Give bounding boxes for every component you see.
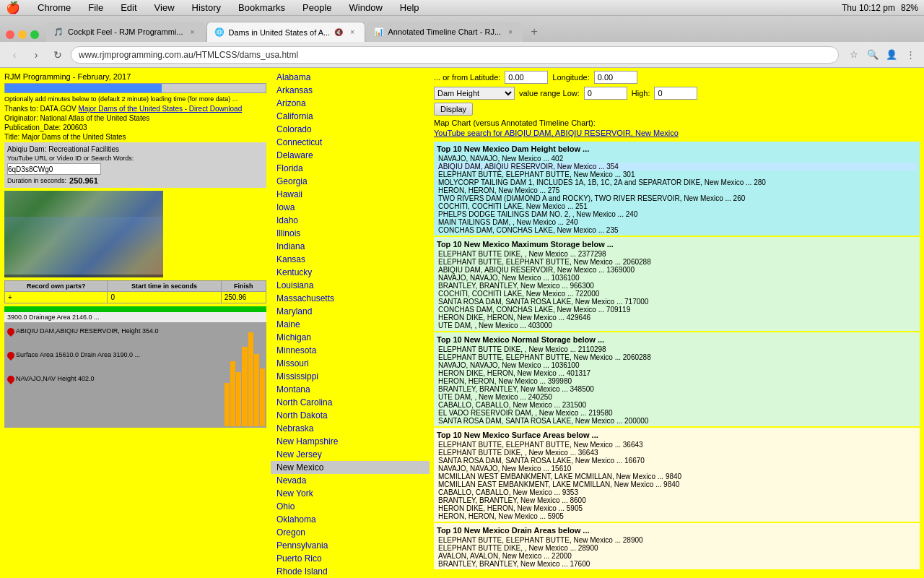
tab-dams[interactable]: 🌐 Dams in United States of A... 🔇 × [206,22,365,42]
tab-cockpit[interactable]: 🎵 Cockpit Feel - RJM Programmi... × [46,22,205,42]
window-maximize-btn[interactable] [30,30,39,39]
video-thumb[interactable] [4,191,163,277]
state-item-ohio[interactable]: Ohio [271,500,430,513]
state-item-maine[interactable]: Maine [271,318,430,331]
result-item-1-2: ABIQIU DAM, ABIQIU RESERVOIR, New Mexico… [437,266,917,274]
state-item-new-york[interactable]: New York [271,487,430,500]
result-item-3-9: HERON, HERON, New Mexico ... 5905 [437,512,917,520]
state-item-north-carolina[interactable]: North Carolina [271,396,430,409]
state-item-idaho[interactable]: Idaho [271,214,430,227]
state-item-kentucky[interactable]: Kentucky [271,266,430,279]
range-high-input[interactable] [654,87,697,100]
menu-help[interactable]: Help [397,1,422,14]
back-btn[interactable]: ‹ [6,46,23,64]
left-panel: RJM Programming - February, 2017 Optiona… [0,68,271,578]
window-close-btn[interactable] [6,30,14,39]
tab-timeline[interactable]: 📊 Annotated Timeline Chart - RJ... × [367,22,523,42]
state-item-delaware[interactable]: Delaware [271,149,430,162]
state-item-oregon[interactable]: Oregon [271,526,430,539]
state-item-new-jersey[interactable]: New Jersey [271,448,430,461]
filter-select[interactable]: Dam Height Maximum Storage Normal Storag… [434,87,515,100]
url-bar[interactable]: www.rjmprogramming.com.au/HTMLCSS/dams_u… [71,46,839,64]
state-item-new-hampshire[interactable]: New Hampshire [271,435,430,448]
data-gov-link[interactable]: Major Dams of the United States - Direct… [78,105,242,113]
range-high-label: High: [632,89,650,98]
record-cell-0[interactable]: + [5,292,108,303]
menu-history[interactable]: History [189,1,224,14]
menu-edit[interactable]: Edit [118,1,139,14]
search-icon[interactable]: 🔍 [865,47,881,63]
apple-menu[interactable]: 🍎 [6,1,20,14]
state-item-michigan[interactable]: Michigan [271,331,430,344]
state-item-maryland[interactable]: Maryland [271,305,430,318]
display-button[interactable]: Display [434,103,473,116]
state-item-oklahoma[interactable]: Oklahoma [271,513,430,526]
state-item-nevada[interactable]: Nevada [271,474,430,487]
reload-btn[interactable]: ↻ [49,46,66,64]
addr-icons: ☆ 🔍 👤 ⋮ [846,47,918,63]
state-item-missouri[interactable]: Missouri [271,357,430,370]
credit4: Title: Major Dams of the United States [4,133,266,141]
lat-input[interactable] [505,71,548,84]
new-tab-btn[interactable]: + [524,23,544,40]
state-item-mississippi[interactable]: Mississippi [271,370,430,383]
state-item-rhode-island[interactable]: Rhode Island [271,565,430,578]
state-item-georgia[interactable]: Georgia [271,175,430,188]
window-minimize-btn[interactable] [18,30,27,39]
menu-bar-right: Thu 10:12 pm 82% [842,3,918,13]
settings-icon[interactable]: ⋮ [902,47,918,63]
tab-timeline-close[interactable]: × [505,27,515,37]
result-item-0-7: PHELPS DODGE TAILINGS DAM NO. 2, , New M… [437,210,917,218]
tab-timeline-favicon: 📊 [374,27,384,37]
menu-people[interactable]: People [300,1,334,14]
section-header-3: Top 10 New Mexico Surface Areas below ..… [437,429,917,441]
state-item-colorado[interactable]: Colorado [271,123,430,136]
result-item-1-8: HERON DIKE, HERON, New Mexico ... 429646 [437,314,917,322]
menu-view[interactable]: View [152,1,178,14]
menu-window[interactable]: Window [346,1,385,14]
range-low-input[interactable] [584,87,627,100]
menu-bar: 🍎 Chrome File Edit View History Bookmark… [0,0,924,16]
forward-btn[interactable]: › [27,46,45,64]
youtube-link[interactable]: YouTube search for ABIQIU DAM, ABIQIU RE… [434,129,920,137]
state-item-hawaii[interactable]: Hawaii [271,188,430,201]
result-item-2-5: BRANTLEY, BRANTLEY, New Mexico ... 34850… [437,385,917,393]
tab-cockpit-close[interactable]: × [188,27,198,37]
state-item-minnesota[interactable]: Minnesota [271,344,430,357]
state-item-arkansas[interactable]: Arkansas [271,84,430,97]
result-item-1-5: COCHITI, COCHITI LAKE, New Mexico ... 72… [437,290,917,298]
state-item-connecticut[interactable]: Connecticut [271,136,430,149]
menu-bookmarks[interactable]: Bookmarks [235,1,288,14]
result-item-1-9: UTE DAM, , New Mexico ... 403000 [437,322,917,329]
tab-bar: 🎵 Cockpit Feel - RJM Programmi... × 🌐 Da… [0,16,924,42]
state-item-iowa[interactable]: Iowa [271,201,430,214]
menu-file[interactable]: File [85,1,106,14]
state-item-alabama[interactable]: Alabama [271,71,430,84]
state-item-kansas[interactable]: Kansas [271,253,430,266]
menu-chrome[interactable]: Chrome [35,1,74,14]
state-item-north-dakota[interactable]: North Dakota [271,409,430,422]
state-item-louisiana[interactable]: Louisiana [271,279,430,292]
user-icon[interactable]: 👤 [884,47,899,63]
tab-dams-close[interactable]: × [347,27,357,38]
state-list-panel: AlabamaArkansasArizonaCaliforniaColorado… [271,68,430,578]
state-item-montana[interactable]: Montana [271,383,430,396]
state-item-indiana[interactable]: Indiana [271,240,430,253]
state-item-nebraska[interactable]: Nebraska [271,422,430,435]
state-item-arizona[interactable]: Arizona [271,97,430,110]
bookmark-icon[interactable]: ☆ [846,47,862,63]
lon-input[interactable] [594,71,637,84]
state-item-illinois[interactable]: Illinois [271,227,430,240]
record-cell-2: 250.96 [221,292,266,303]
state-item-massachusetts[interactable]: Massachusetts [271,292,430,305]
state-item-puerto-rico[interactable]: Puerto Rico [271,552,430,565]
state-item-pennsylvania[interactable]: Pennsylvania [271,539,430,552]
state-item-california[interactable]: California [271,110,430,123]
bar-3 [242,347,247,426]
state-item-new-mexico[interactable]: New Mexico [271,461,430,474]
tab-dams-muted-icon[interactable]: 🔇 [334,28,343,36]
col-record: Record own parts? [5,281,108,292]
video-input[interactable] [7,163,101,175]
state-item-florida[interactable]: Florida [271,162,430,175]
loading-text: Optionally add minutes below to (default… [4,95,266,103]
